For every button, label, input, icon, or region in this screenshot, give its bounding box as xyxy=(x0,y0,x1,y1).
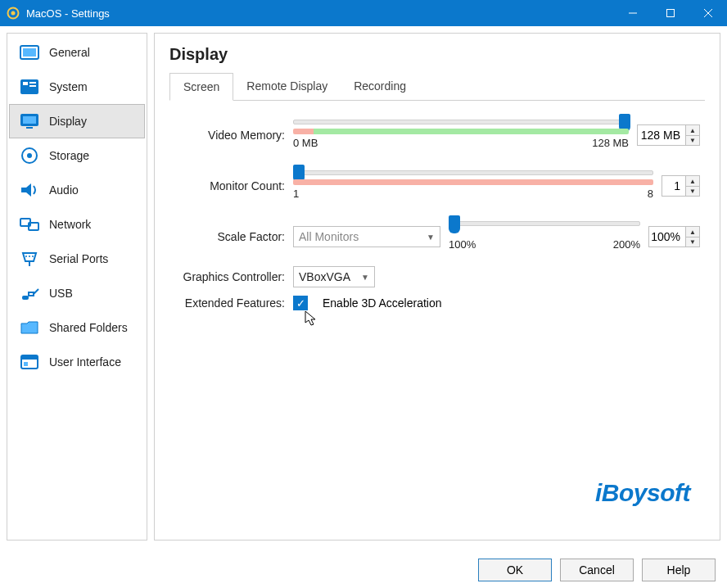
tabs: Screen Remote Display Recording xyxy=(169,72,705,101)
main-panel: Display Screen Remote Display Recording … xyxy=(154,33,720,541)
monitor-count-slider[interactable]: 1 8 xyxy=(293,165,653,186)
tab-recording[interactable]: Recording xyxy=(341,73,419,101)
svg-rect-7 xyxy=(23,48,36,57)
cancel-button[interactable]: Cancel xyxy=(560,559,634,581)
svg-rect-11 xyxy=(29,85,36,87)
minimize-button[interactable] xyxy=(614,0,652,26)
svg-rect-3 xyxy=(667,10,675,17)
video-memory-label: Video Memory: xyxy=(174,129,293,142)
spinner-down-icon[interactable]: ▼ xyxy=(686,186,699,196)
svg-rect-25 xyxy=(29,292,34,296)
sidebar-item-label: Serial Ports xyxy=(49,252,108,265)
network-icon xyxy=(18,215,41,234)
serial-ports-icon xyxy=(18,249,41,269)
window-controls xyxy=(614,0,727,26)
maximize-icon xyxy=(666,8,675,18)
sidebar-item-label: Storage xyxy=(49,149,89,162)
spinner-up-icon[interactable]: ▲ xyxy=(686,227,699,237)
svg-rect-28 xyxy=(21,355,38,360)
titlebar: MacOS - Settings xyxy=(0,0,727,26)
shared-folders-icon xyxy=(18,318,41,337)
graphics-controller-label: Graphics Controller: xyxy=(174,270,293,283)
spinner-up-icon[interactable]: ▲ xyxy=(686,176,699,186)
scale-factor-min: 100% xyxy=(449,238,476,251)
audio-icon xyxy=(18,180,41,200)
svg-rect-14 xyxy=(26,127,33,129)
svg-rect-9 xyxy=(23,82,28,85)
enable-3d-label[interactable]: Enable 3D Acceleration xyxy=(323,296,442,310)
svg-rect-24 xyxy=(22,296,29,300)
sidebar-item-storage[interactable]: Storage xyxy=(9,138,145,173)
sidebar-item-label: Audio xyxy=(49,183,79,197)
help-button[interactable]: Help xyxy=(642,559,716,581)
svg-point-21 xyxy=(29,256,30,257)
svg-rect-29 xyxy=(24,362,28,366)
svg-point-16 xyxy=(27,153,32,158)
minimize-icon xyxy=(628,8,638,18)
sidebar-item-usb[interactable]: USB xyxy=(9,276,145,310)
enable-3d-checkbox[interactable]: ✓ xyxy=(293,296,308,310)
system-icon xyxy=(18,77,41,97)
scale-factor-label: Scale Factor: xyxy=(174,230,293,243)
sidebar-item-label: General xyxy=(49,46,90,59)
scale-factor-max: 200% xyxy=(613,238,640,251)
sidebar-item-shared-folders[interactable]: Shared Folders xyxy=(9,310,145,345)
gear-icon xyxy=(7,7,20,20)
sidebar-item-label: System xyxy=(49,80,88,93)
tab-screen[interactable]: Screen xyxy=(169,73,233,101)
extended-features-label: Extended Features: xyxy=(174,296,293,310)
video-memory-min: 0 MB xyxy=(293,137,318,149)
sidebar: General System Display Storage Audio Net… xyxy=(7,33,147,541)
svg-rect-13 xyxy=(23,116,36,124)
sidebar-item-label: Shared Folders xyxy=(49,321,128,334)
svg-point-22 xyxy=(32,256,34,257)
scale-factor-monitor-combo[interactable]: All Monitors ▼ xyxy=(293,226,440,247)
video-memory-slider[interactable]: 0 MB 128 MB xyxy=(293,114,629,135)
monitor-count-input[interactable] xyxy=(662,176,685,196)
video-memory-input[interactable] xyxy=(638,125,685,145)
watermark: iBoysoft xyxy=(595,479,690,507)
spinner-up-icon[interactable]: ▲ xyxy=(686,125,699,135)
scale-factor-spinner[interactable]: ▲▼ xyxy=(648,226,700,247)
scale-factor-slider[interactable]: 100% 200% xyxy=(449,215,640,237)
graphics-controller-combo[interactable]: VBoxVGA ▼ xyxy=(293,266,375,287)
dialog-footer: OK Cancel Help xyxy=(478,559,716,581)
monitor-count-max: 8 xyxy=(648,188,653,200)
video-memory-spinner[interactable]: ▲▼ xyxy=(637,124,700,146)
sidebar-item-display[interactable]: Display xyxy=(9,104,145,138)
graphics-controller-value: VBoxVGA xyxy=(299,270,350,283)
tab-remote-display[interactable]: Remote Display xyxy=(233,73,341,101)
chevron-down-icon: ▼ xyxy=(361,273,369,282)
sidebar-item-audio[interactable]: Audio xyxy=(9,173,145,207)
scale-factor-combo-text: All Monitors xyxy=(299,230,359,243)
storage-icon xyxy=(18,146,41,165)
scale-factor-input[interactable] xyxy=(649,227,685,247)
close-icon xyxy=(703,8,713,18)
close-button[interactable] xyxy=(689,0,727,26)
sidebar-item-system[interactable]: System xyxy=(9,70,145,104)
monitor-count-min: 1 xyxy=(293,188,299,200)
sidebar-item-serial-ports[interactable]: Serial Ports xyxy=(9,242,145,276)
general-icon xyxy=(18,43,41,62)
display-icon xyxy=(18,111,41,131)
spinner-down-icon[interactable]: ▼ xyxy=(686,135,699,145)
sidebar-item-user-interface[interactable]: User Interface xyxy=(9,345,145,379)
svg-rect-10 xyxy=(29,82,36,84)
window-title: MacOS - Settings xyxy=(26,7,614,20)
monitor-count-spinner[interactable]: ▲▼ xyxy=(662,175,700,197)
svg-point-1 xyxy=(11,11,16,16)
sidebar-item-label: Display xyxy=(49,115,87,128)
maximize-button[interactable] xyxy=(652,0,689,26)
sidebar-item-label: User Interface xyxy=(49,355,121,369)
spinner-down-icon[interactable]: ▼ xyxy=(686,237,699,247)
ok-button[interactable]: OK xyxy=(478,559,552,581)
page-title: Display xyxy=(169,45,705,64)
chevron-down-icon: ▼ xyxy=(427,233,435,242)
svg-point-20 xyxy=(25,256,27,257)
sidebar-item-label: Network xyxy=(49,218,91,231)
sidebar-item-general[interactable]: General xyxy=(9,35,145,70)
video-memory-max: 128 MB xyxy=(592,137,629,149)
user-interface-icon xyxy=(18,352,41,372)
cursor-icon xyxy=(305,310,318,327)
sidebar-item-network[interactable]: Network xyxy=(9,207,145,242)
